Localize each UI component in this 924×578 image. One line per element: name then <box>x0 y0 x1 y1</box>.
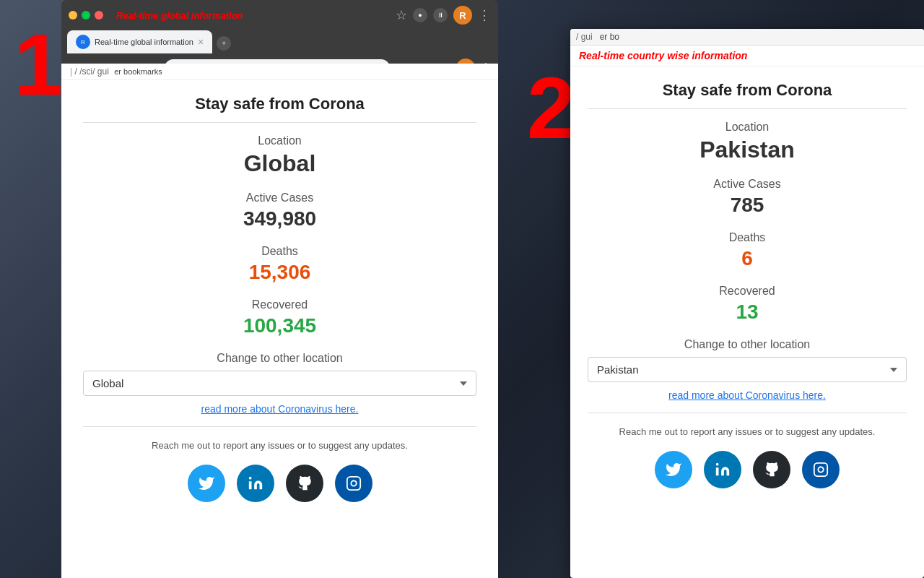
deaths-label-2: Deaths <box>588 231 907 244</box>
location-label-2: Location <box>588 121 907 134</box>
recovered-label-2: Recovered <box>588 285 907 298</box>
location-section-2: Location Pakistan <box>588 121 907 163</box>
window-controls-1 <box>69 11 103 20</box>
divider-bottom-1 <box>83 426 476 427</box>
location-section-1: Location Global <box>83 134 476 177</box>
tab-favicon-1: R <box>76 35 90 49</box>
twitter-icon-2[interactable] <box>655 451 692 488</box>
title-bar-1: Real-time global information ☆ ● ⏸ R ⋮ <box>61 0 498 30</box>
active-cases-section-1: Active Cases 349,980 <box>83 191 476 230</box>
location-value-1: Global <box>83 150 476 177</box>
location-value-2: Pakistan <box>588 137 907 163</box>
github-icon-1[interactable] <box>286 465 323 502</box>
active-tab-1[interactable]: R Real-time global information × <box>67 30 212 53</box>
close-button-1[interactable] <box>95 11 103 20</box>
divider-2 <box>588 108 907 109</box>
browser-window-1: Real-time global information ☆ ● ⏸ R ⋮ R… <box>61 0 498 578</box>
change-location-label-1: Change to other location <box>83 352 476 365</box>
nav-bar-2: / gui er bo <box>570 29 924 46</box>
recovered-value-1: 100,345 <box>83 314 476 337</box>
maximize-button-1[interactable] <box>82 11 90 20</box>
deaths-value-2: 6 <box>588 247 907 270</box>
panel-title-1: Stay safe from Corona <box>83 95 476 113</box>
twitter-icon-1[interactable] <box>188 465 225 502</box>
active-cases-label-2: Active Cases <box>588 178 907 191</box>
svg-rect-4 <box>814 462 827 475</box>
deaths-section-1: Deaths 15,306 <box>83 245 476 284</box>
tab-close-1[interactable]: × <box>198 36 204 48</box>
new-tab-icon-1[interactable]: + <box>217 36 231 51</box>
active-cases-section-2: Active Cases 785 <box>588 178 907 217</box>
footer-text-2: Reach me out to report any issues or to … <box>588 425 907 439</box>
instagram-icon-2[interactable] <box>802 451 840 488</box>
divider-1 <box>83 122 476 123</box>
window-title-1: Real-time global information <box>116 10 243 21</box>
profile-avatar-1[interactable]: R <box>453 6 472 25</box>
bookmark-icon-1[interactable]: ☆ <box>396 7 407 23</box>
recovered-section-2: Recovered 13 <box>588 285 907 324</box>
breadcrumb-text-1: / /sci/ gui <box>74 66 108 77</box>
social-icons-2 <box>588 451 907 488</box>
location-select-1[interactable]: Global Pakistan USA UK Italy <box>83 371 476 396</box>
location-select-2[interactable]: Pakistan Global USA UK Italy <box>588 357 907 382</box>
svg-point-0 <box>248 476 251 479</box>
address-text-2: / gui <box>576 32 593 42</box>
read-more-link-1[interactable]: read more about Coronavirus here. <box>83 403 476 415</box>
active-cases-value-1: 349,980 <box>83 207 476 230</box>
recovered-value-2: 13 <box>588 301 907 324</box>
instagram-icon-1[interactable] <box>335 465 372 502</box>
panel-2-content: Stay safe from Corona Location Pakistan … <box>570 66 924 503</box>
recovered-label-1: Recovered <box>83 298 476 311</box>
more-menu-icon-1[interactable]: ⋮ <box>478 7 491 23</box>
linkedin-icon-1[interactable] <box>237 465 274 502</box>
recovered-section-1: Recovered 100,345 <box>83 298 476 337</box>
deaths-section-2: Deaths 6 <box>588 231 907 270</box>
browser-window-2: / gui er bo Real-time country wise infor… <box>570 29 924 578</box>
big-number-1: 1 <box>14 14 63 114</box>
panel-card-1: Stay safe from Corona Location Global Ac… <box>61 80 498 517</box>
panel-1-content: | / /sci/ gui er bookmarks Stay safe fro… <box>61 64 498 578</box>
footer-text-1: Reach me out to report any issues or to … <box>83 439 476 453</box>
window-subtitle-2: Real-time country wise information <box>579 50 915 61</box>
minimize-button-1[interactable] <box>69 11 77 20</box>
tab-label-1: Real-time global information <box>95 38 193 46</box>
extension-icon-1[interactable]: ● <box>413 8 427 22</box>
github-icon-2[interactable] <box>753 451 790 488</box>
linkedin-icon-2[interactable] <box>704 451 741 488</box>
deaths-value-1: 15,306 <box>83 261 476 284</box>
divider-bottom-2 <box>588 413 907 413</box>
subtitle-bar-2: Real-time country wise information <box>570 46 924 66</box>
extension-icon-2[interactable]: ⏸ <box>433 8 448 22</box>
read-more-link-2[interactable]: read more about Coronavirus here. <box>588 389 907 401</box>
location-label-1: Location <box>83 134 476 147</box>
deaths-label-1: Deaths <box>83 245 476 258</box>
change-location-label-2: Change to other location <box>588 338 907 351</box>
svg-rect-1 <box>346 476 359 489</box>
svg-point-3 <box>716 462 719 465</box>
active-cases-value-2: 785 <box>588 194 907 217</box>
big-number-2: 2 <box>527 58 575 158</box>
social-icons-1 <box>83 465 476 502</box>
panel-title-2: Stay safe from Corona <box>588 81 907 100</box>
tab-bar-1: R Real-time global information × + <box>61 30 498 53</box>
active-cases-label-1: Active Cases <box>83 191 476 204</box>
breadcrumb-bar-1: | / /sci/ gui er bookmarks <box>61 64 498 80</box>
